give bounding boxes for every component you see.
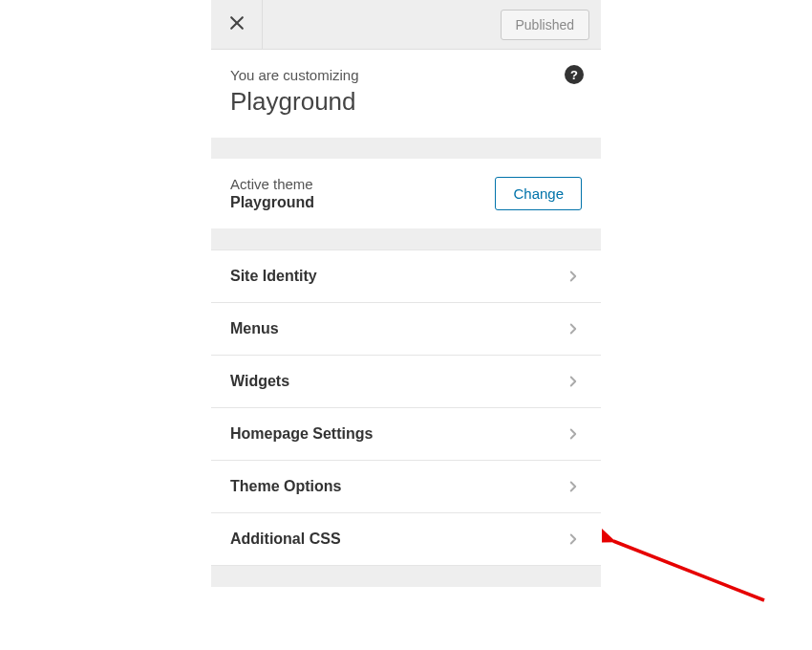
menu-item-label: Homepage Settings <box>230 425 373 443</box>
theme-info: Active theme Playground <box>230 176 314 211</box>
change-theme-button[interactable]: Change <box>495 177 582 210</box>
chevron-right-icon <box>565 425 582 443</box>
menu-item-label: Widgets <box>230 373 289 390</box>
menu-item-theme-options[interactable]: Theme Options <box>211 461 601 513</box>
menu-list: Site Identity Menus Widgets Homepage Set… <box>211 249 601 566</box>
active-theme-label: Active theme <box>230 176 314 192</box>
active-theme-row: Active theme Playground Change <box>211 159 601 228</box>
help-icon: ? <box>570 68 578 82</box>
customizing-header: You are customizing Playground ? <box>211 50 601 138</box>
chevron-right-icon <box>565 531 582 548</box>
chevron-right-icon <box>565 373 582 390</box>
menu-item-label: Theme Options <box>230 478 341 495</box>
chevron-right-icon <box>565 268 582 285</box>
customizing-title: Playground <box>230 87 582 117</box>
published-button[interactable]: Published <box>501 10 590 40</box>
menu-item-menus[interactable]: Menus <box>211 303 601 356</box>
menu-item-label: Menus <box>230 320 279 337</box>
chevron-right-icon <box>565 320 582 337</box>
help-button[interactable]: ? <box>565 65 584 84</box>
svg-line-3 <box>613 541 764 600</box>
annotation-arrow-icon <box>602 524 774 614</box>
close-icon <box>227 13 246 36</box>
menu-item-label: Site Identity <box>230 268 317 285</box>
customizer-panel: Published You are customizing Playground… <box>211 0 601 587</box>
close-button[interactable] <box>211 0 263 50</box>
menu-item-homepage-settings[interactable]: Homepage Settings <box>211 408 601 461</box>
customizing-label: You are customizing <box>230 67 582 83</box>
active-theme-name: Playground <box>230 194 314 211</box>
menu-item-widgets[interactable]: Widgets <box>211 356 601 408</box>
divider <box>211 566 601 587</box>
menu-item-label: Additional CSS <box>230 531 341 548</box>
divider <box>211 138 601 159</box>
menu-item-additional-css[interactable]: Additional CSS <box>211 513 601 566</box>
chevron-right-icon <box>565 478 582 495</box>
menu-item-site-identity[interactable]: Site Identity <box>211 249 601 303</box>
divider <box>211 228 601 249</box>
top-bar: Published <box>211 0 601 50</box>
